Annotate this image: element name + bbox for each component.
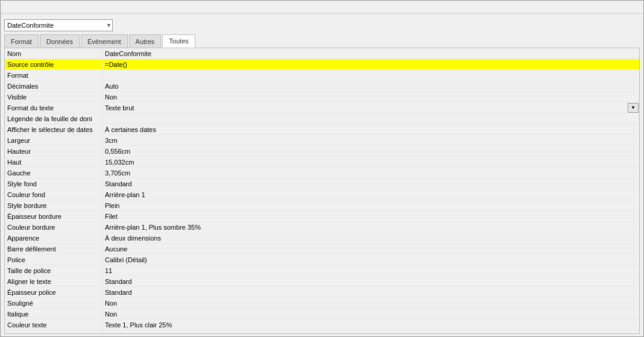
prop-name-19: Police (5, 254, 103, 265)
prop-row-15: Épaisseur bordureFilet (5, 211, 639, 222)
prop-row-22: Épaisseur policeStandard (5, 287, 639, 298)
prop-name-16: Couleur bordure (5, 222, 103, 232)
prop-name-18: Barre défilement (5, 244, 103, 254)
prop-name-24: Italique (5, 309, 103, 319)
prop-value-5: Texte brut▼ (103, 102, 639, 113)
prop-value-16: Arrière-plan 1, Plus sombre 35% (103, 222, 639, 232)
prop-name-22: Épaisseur police (5, 287, 103, 297)
prop-name-13: Couleur fond (5, 189, 103, 200)
prop-value-9: 0,556cm (103, 146, 639, 156)
prop-value-2 (103, 70, 639, 80)
prop-value-17: À deux dimensions (103, 233, 639, 243)
prop-value-13: Arrière-plan 1 (103, 189, 639, 200)
tab-autres[interactable]: Autres (129, 34, 162, 48)
prop-value-23: Non (103, 298, 639, 308)
prop-row-6: Légende de la feuille de doni (5, 113, 639, 124)
prop-row-0: NomDateConformite (5, 48, 639, 59)
prop-name-9: Hauteur (5, 146, 103, 156)
prop-row-19: PoliceCalibri (Détail) (5, 254, 639, 265)
prop-row-7: Afficher le sélecteur de datesÀ certaine… (5, 124, 639, 135)
prop-name-23: Souligné (5, 298, 103, 308)
prop-row-9: Hauteur0,556cm (5, 146, 639, 157)
tabs-row: FormatDonnéesÉvénementAutresToutes (1, 33, 643, 48)
prop-value-18: Aucune (103, 244, 639, 254)
prop-row-16: Couleur bordureArrière-plan 1, Plus somb… (5, 222, 639, 233)
title-bar (1, 1, 643, 14)
prop-value-21: Standard (103, 276, 639, 286)
prop-value-1[interactable]: =Date() (103, 59, 639, 69)
prop-value-3: Auto (103, 81, 639, 91)
prop-name-3: Décimales (5, 81, 103, 91)
title-bar-controls (620, 3, 640, 11)
prop-name-15: Épaisseur bordure (5, 211, 103, 221)
prop-dropdown-btn-5[interactable]: ▼ (628, 103, 639, 113)
prop-name-21: Aligner le texte (5, 276, 103, 286)
prop-value-20: 11 (103, 265, 639, 276)
tab-donnees[interactable]: Données (40, 34, 80, 48)
prop-row-8: Largeur3cm (5, 135, 639, 146)
prop-row-23: SoulignéNon (5, 298, 639, 309)
prop-name-8: Largeur (5, 135, 103, 145)
prop-name-6: Légende de la feuille de doni (5, 113, 103, 124)
prop-value-24: Non (103, 309, 639, 319)
prop-name-2: Format (5, 70, 103, 80)
prop-name-12: Style fond (5, 178, 103, 189)
prop-value-15: Filet (103, 211, 639, 221)
collapse-button[interactable] (620, 3, 629, 11)
prop-name-1: Source contrôle (5, 59, 103, 69)
prop-value-8: 3cm (103, 135, 639, 145)
close-button[interactable] (631, 3, 640, 11)
prop-value-26: 0cm (103, 330, 639, 333)
prop-name-0: Nom (5, 48, 103, 58)
prop-name-14: Style bordure (5, 200, 103, 210)
prop-row-3: DécimalesAuto (5, 81, 639, 92)
object-dropdown-row: DateConformite ▼ (1, 17, 643, 33)
prop-value-7: À certaines dates (103, 124, 639, 134)
prop-value-4: Non (103, 92, 639, 102)
prop-value-10: 15,032cm (103, 157, 639, 167)
property-sheet-window: DateConformite ▼ FormatDonnéesÉvénementA… (0, 0, 644, 337)
prop-name-25: Couleur texte (5, 320, 103, 330)
prop-value-6 (103, 113, 639, 124)
prop-value-19: Calibri (Détail) (103, 254, 639, 265)
tab-toutes[interactable]: Toutes (162, 34, 195, 48)
tab-evenement[interactable]: Événement (81, 34, 128, 48)
prop-row-20: Taille de police11 (5, 265, 639, 276)
prop-row-10: Haut15,032cm (5, 157, 639, 168)
prop-row-14: Style bordurePlein (5, 200, 639, 211)
prop-row-2: Format (5, 70, 639, 81)
prop-row-1: Source contrôle=Date() (5, 59, 639, 70)
prop-name-7: Afficher le sélecteur de dates (5, 124, 103, 134)
prop-name-26: Interligne (5, 330, 103, 333)
prop-row-18: Barre défilementAucune (5, 244, 639, 254)
prop-name-11: Gauche (5, 168, 103, 178)
prop-name-5: Format du texte (5, 102, 103, 113)
prop-name-17: Apparence (5, 233, 103, 243)
properties-table-scroll[interactable]: NomDateConformiteSource contrôle=Date()F… (5, 48, 639, 333)
object-dropdown[interactable]: DateConformite (4, 19, 113, 31)
prop-row-26: Interligne0cm (5, 330, 639, 333)
prop-row-25: Couleur texteTexte 1, Plus clair 25% (5, 320, 639, 330)
prop-value-22: Standard (103, 287, 639, 297)
prop-row-12: Style fondStandard (5, 178, 639, 189)
prop-row-21: Aligner le texteStandard (5, 276, 639, 287)
prop-row-13: Couleur fondArrière-plan 1 (5, 189, 639, 200)
properties-table-container: NomDateConformiteSource contrôle=Date()F… (4, 48, 640, 334)
prop-row-24: ItaliqueNon (5, 309, 639, 320)
prop-name-10: Haut (5, 157, 103, 167)
prop-row-11: Gauche3,705cm (5, 168, 639, 178)
prop-row-17: ApparenceÀ deux dimensions (5, 233, 639, 244)
prop-value-12: Standard (103, 178, 639, 189)
prop-value-25: Texte 1, Plus clair 25% (103, 320, 639, 330)
object-dropdown-wrapper: DateConformite ▼ (4, 19, 113, 31)
prop-row-5: Format du texteTexte brut▼ (5, 102, 639, 113)
prop-row-4: VisibleNon (5, 92, 639, 102)
prop-value-0: DateConformite (103, 48, 639, 58)
prop-value-14: Plein (103, 200, 639, 210)
tab-format[interactable]: Format (4, 34, 39, 48)
prop-name-20: Taille de police (5, 265, 103, 276)
prop-value-11: 3,705cm (103, 168, 639, 178)
prop-name-4: Visible (5, 92, 103, 102)
